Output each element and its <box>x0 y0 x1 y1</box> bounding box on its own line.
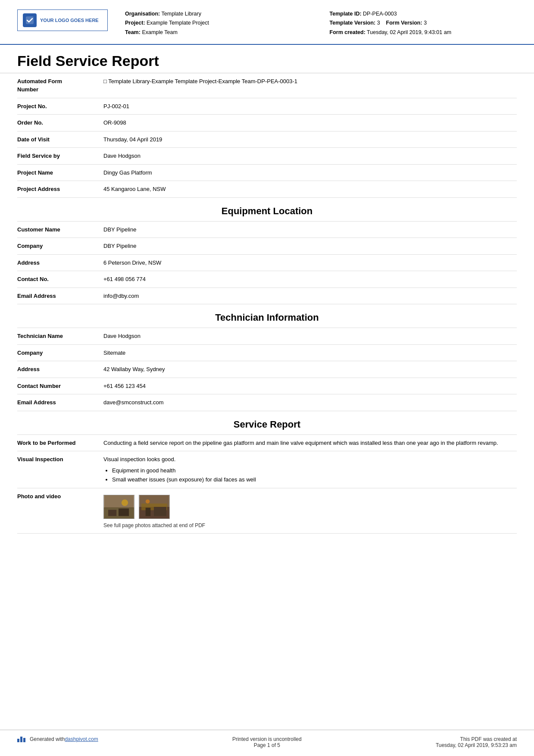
info-row-contact-number: Contact Number +61 456 123 454 <box>17 378 517 395</box>
project-value: Example Template Project <box>147 20 209 26</box>
info-row-project-no: Project No. PJ-002-01 <box>17 98 517 115</box>
info-value: DBY Pipeline <box>103 242 517 250</box>
form-created-line: Form created: Tuesday, 02 April 2019, 9:… <box>330 28 517 37</box>
info-value: +61 456 123 454 <box>103 382 517 390</box>
info-label: Technician Name <box>17 332 103 341</box>
footer-center-line2: Page 1 of 5 <box>232 742 302 748</box>
org-value: Template Library <box>162 11 201 17</box>
info-label: Email Address <box>17 292 103 300</box>
header-col-left: Organisation: Template Library Project: … <box>125 9 312 37</box>
footer-center-line1: Printed version is uncontrolled <box>232 736 302 742</box>
info-label: Contact No. <box>17 275 103 284</box>
info-row-photo-video: Photo and video <box>17 488 517 534</box>
technician-information-heading: Technician Information <box>17 304 517 328</box>
equipment-location-heading: Equipment Location <box>17 198 517 222</box>
info-value: +61 498 056 774 <box>103 275 517 284</box>
info-label: Email Address <box>17 398 103 407</box>
info-row-customer-name: Customer Name DBY Pipeline <box>17 222 517 238</box>
info-label: Contact Number <box>17 382 103 390</box>
info-label: Project No. <box>17 102 103 111</box>
org-label: Organisation: <box>125 11 160 17</box>
svg-rect-4 <box>108 510 116 516</box>
info-row-company: Company DBY Pipeline <box>17 238 517 255</box>
info-row-email-address: Email Address info@dby.com <box>17 288 517 305</box>
info-label: Address <box>17 259 103 267</box>
info-value: Dave Hodgson <box>103 152 517 160</box>
info-label: Company <box>17 349 103 357</box>
info-value: Conducting a field service report on the… <box>103 439 517 447</box>
bullet-item: Equipment in good health <box>112 466 517 475</box>
info-label: Company <box>17 242 103 250</box>
photo-thumb-1 <box>103 495 134 519</box>
info-row-technician-company: Company Sitemate <box>17 345 517 362</box>
equipment-location-section: Customer Name DBY Pipeline Company DBY P… <box>17 222 517 305</box>
info-value: DBY Pipeline <box>103 225 517 234</box>
header-meta: Organisation: Template Library Project: … <box>125 9 517 37</box>
info-row-contact-no: Contact No. +61 498 056 774 <box>17 271 517 288</box>
footer-right-line1: This PDF was created at <box>436 736 517 742</box>
info-row-date-of-visit: Date of Visit Thursday, 04 April 2019 <box>17 131 517 148</box>
logo-area: YOUR LOGO GOES HERE <box>17 9 108 31</box>
info-value: 42 Wallaby Way, Sydney <box>103 365 517 374</box>
footer-left: Generated with dashpivot.com <box>17 736 98 742</box>
info-value: 45 Kangaroo Lane, NSW <box>103 185 517 194</box>
info-row-project-address: Project Address 45 Kangaroo Lane, NSW <box>17 181 517 198</box>
info-label: Field Service by <box>17 152 103 160</box>
info-value: dave@smconstruct.com <box>103 398 517 407</box>
service-report-heading: Service Report <box>17 411 517 435</box>
info-label: Photo and video <box>17 492 103 501</box>
info-value: info@dby.com <box>103 292 517 300</box>
info-label: Customer Name <box>17 225 103 234</box>
info-label: Automated FormNumber <box>17 77 103 94</box>
svg-rect-11 <box>154 507 166 516</box>
version-line: Template Version: 3 Form Version: 3 <box>330 19 517 28</box>
footer: Generated with dashpivot.com Printed ver… <box>0 730 534 756</box>
info-row-automated-form-number: Automated FormNumber □ Template Library-… <box>17 73 517 98</box>
logo-icon <box>23 13 37 27</box>
project-label: Project: <box>125 20 145 26</box>
project-line: Project: Example Template Project <box>125 19 312 28</box>
bar3 <box>23 738 25 742</box>
template-id-value: DP-PEA-0003 <box>363 11 397 17</box>
info-value: Visual inspection looks good. Equipment … <box>103 455 517 484</box>
visual-inspection-bullets: Equipment in good health Small weather i… <box>103 466 517 484</box>
info-row-field-service-by: Field Service by Dave Hodgson <box>17 148 517 165</box>
info-value: □ Template Library-Example Template Proj… <box>103 77 517 86</box>
info-value: PJ-002-01 <box>103 102 517 111</box>
header-col-right: Template ID: DP-PEA-0003 Template Versio… <box>330 9 517 37</box>
content: Automated FormNumber □ Template Library-… <box>0 73 534 730</box>
page: YOUR LOGO GOES HERE Organisation: Templa… <box>0 0 534 756</box>
info-row-project-name: Project Name Dingy Gas Platform <box>17 165 517 181</box>
info-value: OR-9098 <box>103 119 517 127</box>
info-row-technician-name: Technician Name Dave Hodgson <box>17 328 517 345</box>
info-value: Thursday, 04 April 2019 <box>103 135 517 144</box>
dashpivot-link[interactable]: dashpivot.com <box>65 736 98 742</box>
info-row-order-no: Order No. OR-9098 <box>17 115 517 131</box>
svg-rect-5 <box>119 509 129 516</box>
form-version-value: 3 <box>424 20 427 26</box>
info-row-address: Address 6 Peterson Drive, NSW <box>17 255 517 272</box>
form-created-value: Tuesday, 02 April 2019, 9:43:01 am <box>367 29 451 35</box>
main-title: Field Service Report <box>0 45 534 73</box>
template-version-label: Template Version: <box>330 20 376 26</box>
visual-inspection-text: Visual inspection looks good. <box>103 456 175 462</box>
info-row-technician-email: Email Address dave@smconstruct.com <box>17 394 517 411</box>
info-row-work-to-be-performed: Work to be Performed Conducting a field … <box>17 435 517 452</box>
technician-information-section: Technician Name Dave Hodgson Company Sit… <box>17 328 517 411</box>
form-fields-section: Automated FormNumber □ Template Library-… <box>17 73 517 198</box>
bar-chart-icon <box>17 737 25 742</box>
photo-container <box>103 495 517 519</box>
info-row-visual-inspection: Visual Inspection Visual inspection look… <box>17 451 517 488</box>
info-label: Work to be Performed <box>17 439 103 447</box>
form-version-label: Form Version: <box>386 20 422 26</box>
info-value: 6 Peterson Drive, NSW <box>103 259 517 267</box>
team-line: Team: Example Team <box>125 28 312 37</box>
team-label: Team: <box>125 29 141 35</box>
info-label: Order No. <box>17 119 103 127</box>
bullet-item: Small weather issues (sun exposure) for … <box>112 475 517 484</box>
generated-text: Generated with <box>30 736 65 742</box>
footer-center: Printed version is uncontrolled Page 1 o… <box>232 736 302 748</box>
footer-right-line2: Tuesday, 02 April 2019, 9:53:23 am <box>436 742 517 748</box>
info-value: Dingy Gas Platform <box>103 169 517 177</box>
info-value: Sitemate <box>103 349 517 357</box>
